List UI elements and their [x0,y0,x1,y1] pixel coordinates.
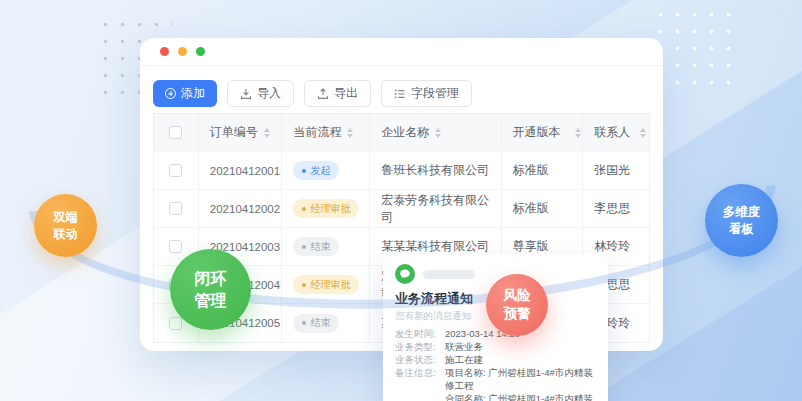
import-icon [240,88,252,100]
field-value: 联营业务 [445,340,483,353]
badge-dual-linkage: 双端 联动 [34,194,97,257]
row-checkbox[interactable] [169,317,182,330]
close-window-icon[interactable] [160,47,169,56]
export-icon [317,88,329,100]
sort-icon[interactable] [264,128,270,138]
header-order[interactable]: 订单编号 [199,114,283,151]
import-button[interactable]: 导入 [227,80,294,107]
sort-icon[interactable] [575,128,581,138]
status-badge: 发起 [293,161,339,180]
version: 标准版 [502,152,584,189]
row-checkbox[interactable] [169,164,182,177]
sort-icon[interactable] [435,128,441,138]
field-value: 项目名称: 广州碧桂园1-4#市内精装修工程 [445,366,596,392]
dot-grid-right [652,6,740,90]
field-management-button-label: 字段管理 [411,85,459,102]
contact: 张国光 [583,152,649,189]
toolbar: 添加 导入 导出 字段管理 [153,80,472,107]
header-flow[interactable]: 当前流程 [282,114,370,151]
status-dot-icon [302,321,306,325]
field-extra-line: 合同名称: 广州碧桂园1-4#市内精装修工程龙骨采购合同 [395,392,596,401]
add-button-label: 添加 [181,85,205,102]
badge-multidim-kanban: 多维度 看板 [705,184,778,257]
field-management-button[interactable]: 字段管理 [381,80,472,107]
titlebar-divider [140,65,663,66]
marketing-scene: 添加 导入 导出 字段管理 [0,0,802,401]
field-label: 业务状态: [395,353,445,366]
header-contact[interactable]: 联系人 [583,114,649,151]
field-label: 业务类型: [395,340,445,353]
plus-circle-icon [165,88,176,99]
status-dot-icon [302,169,306,173]
header-version[interactable]: 开通版本 [502,114,584,151]
export-button-label: 导出 [334,85,358,102]
table-row[interactable]: 20210412001 发起 鲁班长科技有限公司 标准版 张国光 [154,152,649,190]
sort-icon[interactable] [640,128,646,138]
window-controls [160,47,205,56]
select-all-checkbox[interactable] [169,126,182,139]
list-settings-icon [394,88,406,100]
table-header-row: 订单编号 当前流程 企业名称 开通版本 联系人 [154,114,649,152]
import-button-label: 导入 [257,85,281,102]
order-no: 20210412001 [199,152,283,189]
header-company[interactable]: 企业名称 [370,114,501,151]
maximize-window-icon[interactable] [196,47,205,56]
minimize-window-icon[interactable] [178,47,187,56]
field-value: 施工在建 [445,353,483,366]
export-button[interactable]: 导出 [304,80,371,107]
add-button[interactable]: 添加 [153,80,217,107]
field-label: 备注信息: [395,366,445,392]
notification-fields: 发生时间: 2023-03-14 14:20 业务类型: 联营业务 业务状态: … [395,327,596,401]
status-badge: 结束 [293,314,339,333]
badge-closed-loop: 闭环 管理 [170,249,251,330]
header-checkbox-cell [154,114,199,151]
sort-icon[interactable] [347,128,353,138]
badge-risk-warning: 风险 预警 [486,274,548,336]
company-name: 鲁班长科技有限公司 [370,152,501,189]
field-label: 发生时间: [395,327,445,340]
